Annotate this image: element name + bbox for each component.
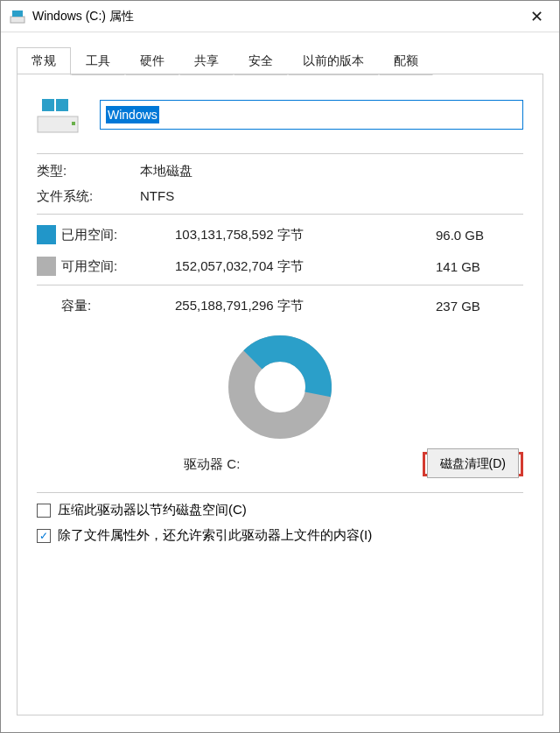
compress-checkbox[interactable] (37, 504, 51, 518)
free-gb: 141 GB (436, 259, 523, 274)
svg-rect-3 (72, 122, 75, 125)
space-usage: 已用空间: 103,131,758,592 字节 96.0 GB 可用空间: 1… (37, 225, 523, 276)
drive-icon (10, 9, 25, 25)
tab-sharing[interactable]: 共享 (179, 47, 234, 75)
svg-rect-1 (12, 11, 23, 17)
svg-rect-0 (10, 17, 24, 23)
usage-donut-chart (37, 330, 523, 447)
capacity-label: 容量: (61, 298, 175, 314)
free-label: 可用空间: (61, 258, 175, 275)
disk-cleanup-highlight: 磁盘清理(D) (423, 452, 523, 476)
drive-name-input[interactable]: Windows (100, 100, 523, 130)
drive-name-value: Windows (106, 106, 159, 123)
drive-large-icon (37, 95, 79, 134)
tab-panel-general: Windows 类型: 本地磁盘 文件系统: NTFS 已用空间: 103,13… (17, 74, 543, 715)
used-bytes: 103,131,758,592 字节 (175, 227, 436, 243)
properties-dialog: Windows (C:) 属性 ✕ 常规 工具 硬件 共享 安全 以前的版本 配… (0, 0, 560, 733)
divider (37, 214, 523, 215)
svg-rect-4 (42, 99, 54, 111)
tab-general[interactable]: 常规 (17, 47, 71, 75)
window-title: Windows (C:) 属性 (32, 9, 517, 25)
tab-tools[interactable]: 工具 (71, 47, 125, 75)
compress-label: 压缩此驱动器以节约磁盘空间(C) (58, 502, 247, 518)
filesystem-value: NTFS (140, 188, 523, 205)
tab-security[interactable]: 安全 (234, 47, 288, 75)
filesystem-label: 文件系统: (37, 188, 140, 205)
used-label: 已用空间: (61, 227, 175, 243)
tab-hardware[interactable]: 硬件 (125, 47, 179, 75)
drive-label: 驱动器 C: (37, 456, 388, 473)
close-button[interactable]: ✕ (517, 4, 556, 30)
capacity-bytes: 255,188,791,296 字节 (175, 298, 436, 314)
type-value: 本地磁盘 (140, 163, 523, 180)
index-label: 除了文件属性外，还允许索引此驱动器上文件的内容(I) (58, 527, 372, 544)
disk-cleanup-button[interactable]: 磁盘清理(D) (427, 448, 519, 478)
divider (37, 285, 523, 285)
titlebar: Windows (C:) 属性 ✕ (1, 1, 559, 32)
capacity-gb: 237 GB (436, 299, 523, 314)
free-swatch (37, 257, 56, 276)
index-checkbox[interactable]: ✓ (37, 529, 51, 543)
used-swatch (37, 225, 56, 244)
tab-strip: 常规 工具 硬件 共享 安全 以前的版本 配额 (17, 46, 543, 74)
divider (37, 153, 523, 154)
tab-quota[interactable]: 配额 (379, 47, 433, 75)
svg-rect-5 (56, 99, 68, 111)
type-label: 类型: (37, 163, 140, 180)
used-gb: 96.0 GB (436, 228, 523, 243)
tab-previous-versions[interactable]: 以前的版本 (288, 47, 379, 75)
free-bytes: 152,057,032,704 字节 (175, 258, 436, 275)
divider (37, 492, 523, 493)
